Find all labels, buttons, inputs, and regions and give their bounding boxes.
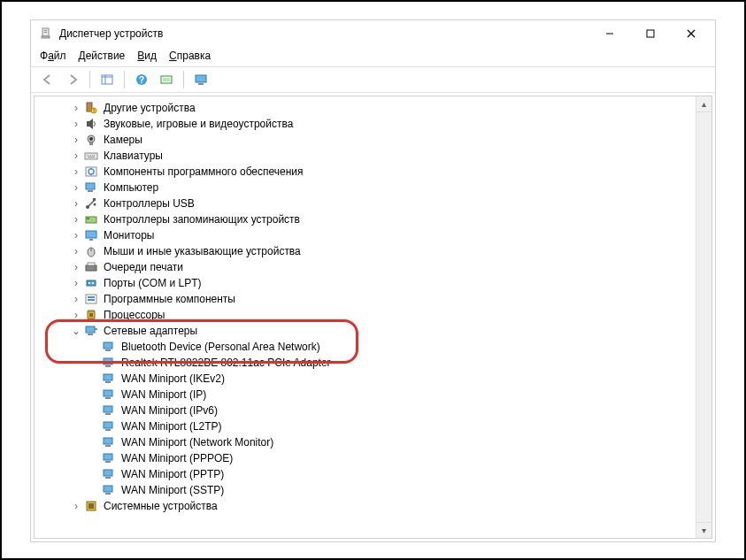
svg-rect-26	[87, 155, 88, 156]
svg-rect-55	[88, 296, 95, 298]
svg-line-39	[88, 200, 95, 207]
tree-node-cat-4[interactable]: ›Компоненты программного обеспечения	[70, 164, 711, 180]
expand-icon[interactable]: ›	[70, 118, 82, 130]
expand-icon[interactable]: ›	[70, 500, 82, 512]
tree-node-net-child-8[interactable]: WAN Miniport (PPTP)	[88, 466, 711, 482]
tree-node-cat-1[interactable]: ›Звуковые, игровые и видеоустройства	[70, 116, 711, 132]
tree-label: Клавиатуры	[102, 148, 165, 164]
expand-icon[interactable]: ›	[70, 197, 82, 210]
titlebar: Диспетчер устройств	[31, 20, 715, 47]
svg-text:?: ?	[139, 75, 144, 85]
expand-icon[interactable]: ›	[70, 293, 82, 305]
svg-rect-25	[85, 153, 97, 159]
tree-node-cat-10[interactable]: ›Очереди печати	[70, 259, 711, 275]
tree-label: Bluetooth Device (Personal Area Network)	[119, 339, 322, 355]
tree-label: Другие устройства	[102, 100, 197, 116]
expand-icon[interactable]: ›	[70, 181, 82, 194]
svg-point-41	[94, 203, 96, 206]
monitor-tool-button[interactable]	[189, 68, 212, 91]
tree-node-net-child-3[interactable]: WAN Miniport (IP)	[88, 387, 711, 403]
system-icon	[84, 499, 98, 513]
tree-node-net-child-7[interactable]: WAN Miniport (PPPOE)	[88, 450, 711, 466]
tree-label: Сетевые адаптеры	[102, 323, 199, 339]
tree-label: WAN Miniport (PPPOE)	[119, 450, 235, 466]
svg-rect-35	[90, 174, 92, 175]
keyboard-icon	[84, 149, 98, 163]
svg-rect-37	[88, 190, 93, 192]
usb-icon	[84, 196, 98, 211]
menu-action[interactable]: Действие	[79, 50, 126, 62]
menu-view[interactable]: Вид	[137, 50, 157, 62]
help-button[interactable]: ?	[130, 68, 153, 91]
expand-icon[interactable]: ›	[70, 261, 82, 273]
computer-icon	[84, 180, 98, 195]
scroll-down-arrow[interactable]: ▾	[696, 522, 711, 538]
expand-icon[interactable]: ›	[70, 150, 82, 162]
toolbar-sep-2	[124, 71, 125, 88]
tree-label: WAN Miniport (IP)	[119, 387, 208, 403]
tree-node-cat-7[interactable]: ›Контроллеры запоминающих устройств	[70, 211, 711, 227]
minimize-button[interactable]	[589, 20, 630, 47]
tree-node-net-child-6[interactable]: WAN Miniport (Network Monitor)	[88, 434, 711, 450]
adapter-icon	[102, 435, 116, 449]
tree-node-cat-11[interactable]: ›Порты (COM и LPT)	[70, 275, 711, 291]
toolbar-sep-1	[89, 71, 90, 88]
tree-node-cat-8[interactable]: ›Мониторы	[70, 227, 711, 243]
scan-hardware-button[interactable]	[155, 68, 178, 91]
tree-node-cat-3[interactable]: ›Клавиатуры	[70, 148, 711, 164]
tree-node-network-adapters[interactable]: ⌄Сетевые адаптерыBluetooth Device (Perso…	[70, 323, 711, 498]
tree-node-cat-9[interactable]: ›Мыши и иные указывающие устройства	[70, 243, 711, 259]
adapter-icon	[102, 467, 116, 481]
forward-button[interactable]	[61, 68, 84, 91]
device-tree[interactable]: ›!Другие устройства›Звуковые, игровые и …	[35, 96, 711, 538]
vertical-scrollbar[interactable]: ▴ ▾	[696, 96, 711, 538]
scroll-up-arrow[interactable]: ▴	[696, 96, 711, 112]
tree-node-cat-12[interactable]: ›Программные компоненты	[70, 291, 711, 307]
back-button[interactable]	[36, 68, 59, 91]
close-button[interactable]	[671, 20, 711, 47]
maximize-button[interactable]	[630, 20, 671, 47]
svg-rect-34	[90, 168, 92, 169]
tree-node-net-child-4[interactable]: WAN Miniport (IPv6)	[88, 403, 711, 418]
expand-icon[interactable]: ›	[70, 213, 82, 226]
svg-rect-81	[105, 429, 111, 431]
svg-rect-44	[86, 231, 96, 238]
tree-node-net-child-2[interactable]: WAN Miniport (IKEv2)	[88, 371, 711, 387]
menu-help[interactable]: Справка	[169, 50, 211, 62]
svg-rect-14	[163, 78, 170, 81]
svg-rect-88	[104, 486, 112, 492]
svg-rect-45	[89, 239, 93, 241]
tree-node-net-child-0[interactable]: Bluetooth Device (Personal Area Network)	[88, 339, 711, 355]
expand-icon[interactable]: ›	[70, 245, 82, 257]
tree-node-cat-0[interactable]: ›!Другие устройства	[70, 100, 711, 116]
tree-node-cat-13[interactable]: ›Процессоры	[70, 307, 711, 323]
svg-rect-76	[104, 390, 112, 396]
tree-node-net-child-5[interactable]: WAN Miniport (L2TP)	[88, 418, 711, 434]
expand-icon[interactable]: ›	[70, 309, 82, 321]
expand-icon[interactable]: ›	[70, 229, 82, 242]
expand-icon[interactable]: ›	[70, 102, 82, 114]
tree-label: Системные устройства	[102, 498, 219, 514]
menu-file[interactable]: Файл	[40, 50, 66, 62]
svg-rect-29	[92, 155, 93, 156]
svg-rect-74	[104, 374, 112, 380]
expand-icon[interactable]: ›	[70, 165, 82, 178]
svg-rect-87	[105, 477, 111, 479]
tree-node-cat-5[interactable]: ›Компьютер	[70, 180, 711, 196]
mouse-icon	[84, 244, 98, 258]
tree-node-cat-6[interactable]: ›Контроллеры USB	[70, 196, 711, 211]
expand-icon[interactable]: ›	[70, 277, 82, 289]
show-hide-tree-button[interactable]	[96, 68, 119, 91]
tree-node-trail-0[interactable]: ›Системные устройства	[70, 498, 711, 514]
tree-node-cat-2[interactable]: ›Камеры	[70, 132, 711, 148]
tree-node-net-child-9[interactable]: WAN Miniport (SSTP)	[88, 482, 711, 498]
svg-rect-27	[88, 155, 89, 156]
camera-icon	[84, 133, 98, 147]
svg-rect-36	[86, 183, 95, 189]
collapse-icon[interactable]: ⌄	[70, 325, 82, 337]
svg-rect-84	[104, 454, 112, 460]
svg-rect-31	[88, 157, 95, 157]
tree-node-net-child-1[interactable]: Realtek RTL8822BE 802.11ac PCIe Adapter	[88, 355, 711, 371]
ports-icon	[84, 276, 98, 290]
expand-icon[interactable]: ›	[70, 134, 82, 146]
